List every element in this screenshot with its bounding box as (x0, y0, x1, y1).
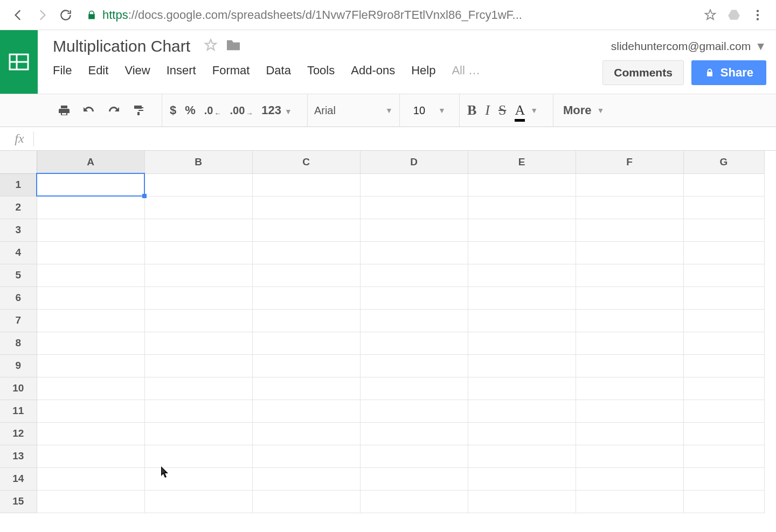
cell[interactable] (576, 196, 683, 219)
font-family-dropdown[interactable]: Arial ▼ (308, 104, 399, 117)
formula-input[interactable] (37, 127, 776, 150)
menu-help[interactable]: Help (411, 64, 435, 78)
row-header[interactable]: 9 (0, 354, 37, 377)
cell[interactable] (576, 422, 683, 445)
row-header[interactable]: 14 (0, 467, 37, 490)
menu-view[interactable]: View (124, 64, 150, 78)
cell[interactable] (468, 173, 576, 196)
sheets-logo[interactable] (0, 30, 38, 94)
cell[interactable] (683, 332, 764, 354)
cell[interactable] (468, 400, 576, 422)
cell[interactable] (683, 219, 764, 241)
cell[interactable] (683, 422, 764, 445)
cell[interactable] (468, 286, 576, 309)
row-header[interactable]: 3 (0, 219, 37, 241)
cell[interactable] (37, 264, 144, 286)
cell[interactable] (360, 354, 468, 377)
font-size-dropdown[interactable]: 10 ▼ (400, 104, 459, 117)
menu-data[interactable]: Data (266, 64, 290, 78)
column-header[interactable]: A (37, 151, 144, 173)
cell[interactable] (252, 422, 360, 445)
cell[interactable] (683, 445, 764, 467)
star-document-button[interactable] (203, 38, 218, 55)
cell[interactable] (576, 445, 683, 467)
cell[interactable] (37, 196, 144, 219)
move-to-folder-button[interactable] (225, 37, 242, 56)
cell[interactable] (37, 173, 144, 196)
italic-button[interactable]: I (485, 102, 490, 118)
cell[interactable] (360, 173, 468, 196)
cell[interactable] (37, 445, 144, 467)
cell[interactable] (468, 264, 576, 286)
row-header[interactable]: 5 (0, 264, 37, 286)
menu-overflow[interactable]: All … (452, 64, 480, 78)
row-header[interactable]: 13 (0, 445, 37, 467)
row-header[interactable]: 6 (0, 286, 37, 309)
document-title[interactable]: Multiplication Chart (53, 37, 190, 55)
row-header[interactable]: 8 (0, 332, 37, 354)
cell[interactable] (144, 377, 252, 400)
reload-button[interactable] (54, 3, 78, 27)
cell[interactable] (144, 445, 252, 467)
row-header[interactable]: 4 (0, 241, 37, 264)
cell[interactable] (37, 219, 144, 241)
back-button[interactable] (6, 3, 30, 27)
browser-menu-button[interactable] (746, 3, 770, 27)
cell[interactable] (683, 377, 764, 400)
bold-button[interactable]: B (467, 102, 476, 118)
cell[interactable] (144, 264, 252, 286)
menu-addons[interactable]: Add-ons (351, 64, 395, 78)
menu-edit[interactable]: Edit (88, 64, 108, 78)
account-menu[interactable]: slidehuntercom@gmail.com ▼ (611, 40, 766, 53)
select-all-cell[interactable] (0, 151, 37, 173)
column-header[interactable]: G (683, 151, 764, 173)
cell[interactable] (683, 286, 764, 309)
paint-format-button[interactable] (128, 100, 149, 121)
row-header[interactable]: 11 (0, 400, 37, 422)
cell[interactable] (576, 264, 683, 286)
cell[interactable] (252, 490, 360, 513)
cell[interactable] (360, 241, 468, 264)
cell[interactable] (252, 354, 360, 377)
cell[interactable] (683, 490, 764, 513)
redo-button[interactable] (103, 100, 124, 121)
cell[interactable] (576, 490, 683, 513)
cell[interactable] (360, 264, 468, 286)
cell[interactable] (576, 332, 683, 354)
cell[interactable] (360, 309, 468, 332)
cell[interactable] (683, 264, 764, 286)
cell[interactable] (37, 309, 144, 332)
cell[interactable] (468, 354, 576, 377)
cell[interactable] (683, 173, 764, 196)
cell[interactable] (144, 173, 252, 196)
cell[interactable] (468, 445, 576, 467)
row-header[interactable]: 2 (0, 196, 37, 219)
cell[interactable] (468, 332, 576, 354)
cell[interactable] (252, 173, 360, 196)
cell[interactable] (252, 309, 360, 332)
drive-indicator[interactable] (722, 3, 746, 27)
currency-format-button[interactable]: $ (170, 103, 176, 117)
undo-button[interactable] (79, 100, 99, 121)
cell[interactable] (144, 219, 252, 241)
menu-file[interactable]: File (53, 64, 72, 78)
address-bar[interactable]: https://docs.google.com/spreadsheets/d/1… (86, 4, 690, 26)
menu-tools[interactable]: Tools (307, 64, 335, 78)
decrease-decimal-button[interactable]: .0 ← (202, 100, 224, 121)
cell[interactable] (576, 400, 683, 422)
cell[interactable] (252, 400, 360, 422)
cell[interactable] (576, 309, 683, 332)
cell[interactable] (144, 400, 252, 422)
menu-insert[interactable]: Insert (167, 64, 196, 78)
cell[interactable] (144, 196, 252, 219)
cell[interactable] (37, 241, 144, 264)
cell[interactable] (360, 219, 468, 241)
forward-button[interactable] (30, 3, 54, 27)
cell[interactable] (360, 196, 468, 219)
cell[interactable] (37, 377, 144, 400)
cell[interactable] (144, 422, 252, 445)
cell[interactable] (576, 377, 683, 400)
cell[interactable] (468, 309, 576, 332)
cell[interactable] (252, 445, 360, 467)
share-button[interactable]: Share (691, 60, 766, 85)
